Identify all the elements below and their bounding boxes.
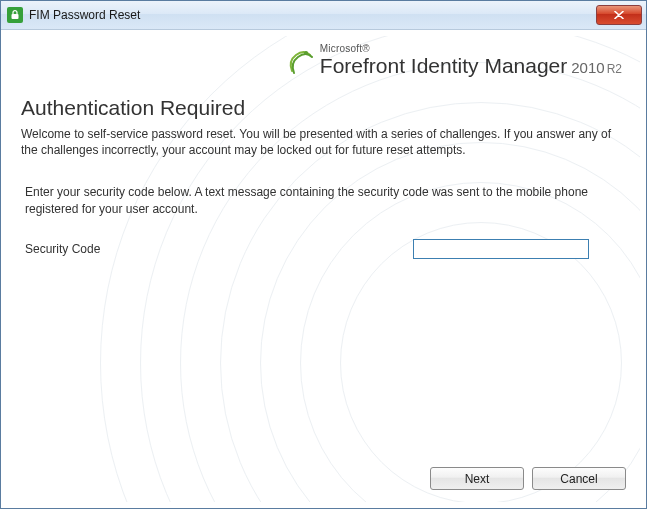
client-inner: Microsoft® Forefront Identity Manager201… — [7, 36, 640, 502]
page-heading: Authentication Required — [21, 96, 626, 120]
brand-version-year: 2010 — [571, 59, 604, 76]
dialog-window: FIM Password Reset — [0, 0, 647, 509]
client-area: Microsoft® Forefront Identity Manager201… — [1, 30, 646, 508]
brand-version-release: R2 — [607, 62, 622, 76]
forefront-logo-icon — [286, 47, 314, 77]
security-code-input[interactable] — [413, 239, 589, 259]
intro-text: Welcome to self-service password reset. … — [21, 126, 626, 158]
svg-point-1 — [304, 51, 308, 55]
instruction-text: Enter your security code below. A text m… — [25, 184, 615, 216]
next-button[interactable]: Next — [430, 467, 524, 490]
svg-rect-0 — [12, 14, 19, 19]
button-bar: Next Cancel — [430, 467, 626, 490]
close-button[interactable] — [596, 5, 642, 25]
lock-icon — [7, 7, 23, 23]
content-area: Authentication Required Welcome to self-… — [21, 96, 626, 452]
forefront-logo: Microsoft® Forefront Identity Manager201… — [286, 44, 622, 77]
security-code-label: Security Code — [25, 242, 413, 256]
cancel-button[interactable]: Cancel — [532, 467, 626, 490]
security-code-row: Security Code — [25, 239, 626, 259]
titlebar: FIM Password Reset — [1, 1, 646, 30]
branding: Microsoft® Forefront Identity Manager201… — [286, 44, 622, 77]
brand-product: Forefront Identity Manager — [320, 54, 567, 77]
window-title: FIM Password Reset — [29, 8, 596, 22]
